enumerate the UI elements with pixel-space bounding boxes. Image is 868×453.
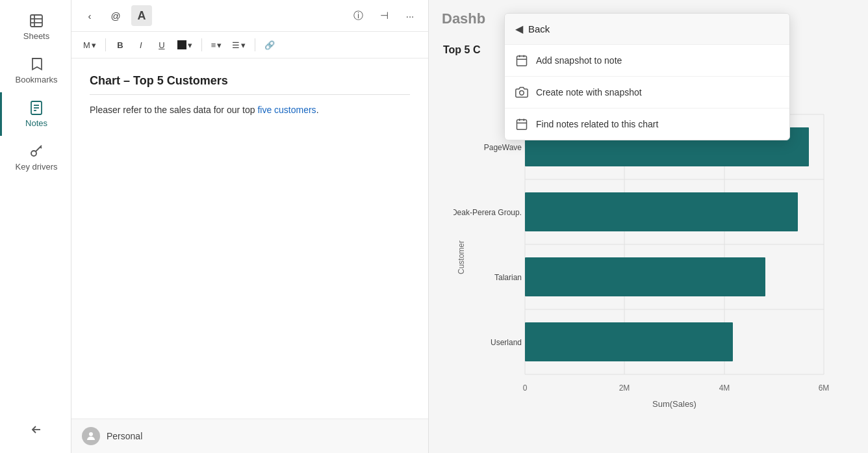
dropdown-item-add-snapshot-label: Add snapshot to note bbox=[536, 55, 622, 66]
camera-icon bbox=[515, 86, 528, 99]
color-swatch bbox=[177, 40, 186, 49]
x-axis-label: Sum(Sales) bbox=[652, 399, 696, 409]
dropdown-item-add-snapshot[interactable]: Add snapshot to note bbox=[505, 45, 789, 77]
svg-line-9 bbox=[36, 146, 42, 151]
calendar-icon bbox=[515, 54, 528, 67]
bar-label-userland: Userland bbox=[491, 338, 522, 347]
editor-toolbar-format: M ▾ B I U ▾ ≡ ▾ ☰ ▾ 🔗 bbox=[71, 32, 428, 58]
skip-button[interactable]: ⊣ bbox=[374, 5, 394, 26]
dropdown-item-create-note-label: Create note with snapshot bbox=[536, 87, 642, 97]
calendar-search-icon bbox=[515, 118, 528, 131]
body-text-end: . bbox=[316, 105, 319, 115]
at-button[interactable]: @ bbox=[105, 5, 126, 26]
sidebar-item-key-drivers[interactable]: Key drivers bbox=[0, 136, 71, 179]
person-icon bbox=[85, 430, 97, 442]
more-button[interactable]: ··· bbox=[400, 5, 420, 26]
x-tick-4m: 4M bbox=[719, 383, 730, 393]
editor-body: Pleaser refer to the sales data for our … bbox=[90, 103, 410, 117]
format-divider-3 bbox=[255, 38, 255, 51]
editor-title: Chart – Top 5 Customers bbox=[90, 74, 410, 95]
editor-footer: Personal bbox=[71, 419, 428, 453]
y-axis-label: Customer bbox=[457, 240, 466, 274]
sidebar-item-sheets[interactable]: Sheets bbox=[0, 5, 71, 49]
bold-button[interactable]: B bbox=[111, 36, 129, 54]
dropdown-item-create-note[interactable]: Create note with snapshot bbox=[505, 77, 789, 109]
dropdown-menu: ◀ Back Add snapshot to note bbox=[504, 13, 790, 140]
x-tick-0: 0 bbox=[523, 383, 528, 393]
notes-icon bbox=[29, 100, 44, 116]
bar-userland bbox=[525, 322, 733, 361]
back-button[interactable]: ‹ bbox=[79, 5, 100, 26]
bar-label-talarian: Talarian bbox=[494, 273, 522, 282]
editor-toolbar-top: ‹ @ A ⓘ ⊣ ··· bbox=[71, 0, 428, 32]
sheets-icon bbox=[29, 13, 44, 29]
svg-rect-0 bbox=[31, 15, 42, 27]
format-divider-1 bbox=[105, 38, 106, 51]
underline-button[interactable]: U bbox=[153, 36, 171, 54]
sidebar-item-sheets-label: Sheets bbox=[23, 31, 49, 41]
sidebar-bottom bbox=[0, 414, 71, 453]
dropdown-back-button[interactable]: ◀ Back bbox=[505, 14, 789, 45]
avatar bbox=[82, 427, 100, 445]
back-arrow-icon: ◀ bbox=[515, 23, 523, 35]
sidebar-item-notes[interactable]: Notes bbox=[0, 92, 71, 136]
list-button[interactable]: ☰ ▾ bbox=[228, 36, 249, 54]
footer-personal-label: Personal bbox=[107, 431, 142, 441]
sidebar-item-key-drivers-label: Key drivers bbox=[15, 162, 57, 172]
svg-point-26 bbox=[520, 91, 524, 96]
dropdown-item-find-notes[interactable]: Find notes related to this chart bbox=[505, 109, 789, 140]
info-button[interactable]: ⓘ bbox=[348, 5, 368, 26]
heading-button[interactable]: M ▾ bbox=[79, 36, 100, 54]
svg-rect-22 bbox=[517, 56, 527, 66]
svg-line-10 bbox=[40, 147, 42, 148]
collapse-icon bbox=[29, 422, 44, 437]
dropdown-item-find-notes-label: Find notes related to this chart bbox=[536, 119, 658, 129]
link-button[interactable]: 🔗 bbox=[261, 36, 279, 54]
sidebar-collapse-button[interactable] bbox=[0, 414, 71, 445]
svg-rect-27 bbox=[517, 120, 527, 129]
sidebar-item-bookmarks[interactable]: Bookmarks bbox=[0, 49, 71, 92]
align-button[interactable]: ≡ ▾ bbox=[207, 36, 226, 54]
bookmarks-icon bbox=[29, 57, 44, 72]
editor-content[interactable]: Chart – Top 5 Customers Pleaser refer to… bbox=[71, 58, 428, 419]
body-text-start: Pleaser refer to the sales data for our … bbox=[90, 105, 257, 115]
color-button[interactable]: ▾ bbox=[173, 36, 196, 54]
sidebar-item-notes-label: Notes bbox=[25, 118, 47, 128]
sidebar-item-bookmarks-label: Bookmarks bbox=[15, 75, 57, 84]
body-text-colored: five customers bbox=[257, 105, 316, 115]
svg-point-8 bbox=[31, 151, 36, 156]
dropdown-back-label: Back bbox=[528, 23, 550, 34]
bar-talarian bbox=[525, 257, 765, 296]
svg-point-12 bbox=[89, 432, 93, 436]
format-divider-2 bbox=[201, 38, 202, 51]
bar-label-deakperera: Deak-Perera Group. bbox=[453, 208, 522, 217]
main-area: ‹ @ A ⓘ ⊣ ··· M ▾ B I U ▾ ≡ ▾ bbox=[71, 0, 868, 453]
sidebar: Sheets Bookmarks Notes Key drivers bbox=[0, 0, 71, 453]
bar-label-pagewave: PageWave bbox=[484, 143, 522, 152]
dashboard-panel: Dashb Top 5 C Customer bbox=[429, 0, 868, 453]
bar-chart: Customer PageWave bbox=[453, 95, 837, 420]
font-button[interactable]: A bbox=[131, 5, 152, 26]
x-tick-6m: 6M bbox=[819, 383, 830, 393]
key-drivers-icon bbox=[29, 144, 44, 159]
editor-panel: ‹ @ A ⓘ ⊣ ··· M ▾ B I U ▾ ≡ ▾ bbox=[71, 0, 429, 453]
x-tick-2m: 2M bbox=[619, 383, 630, 393]
italic-button[interactable]: I bbox=[132, 36, 150, 54]
bar-deakperera bbox=[525, 192, 798, 231]
